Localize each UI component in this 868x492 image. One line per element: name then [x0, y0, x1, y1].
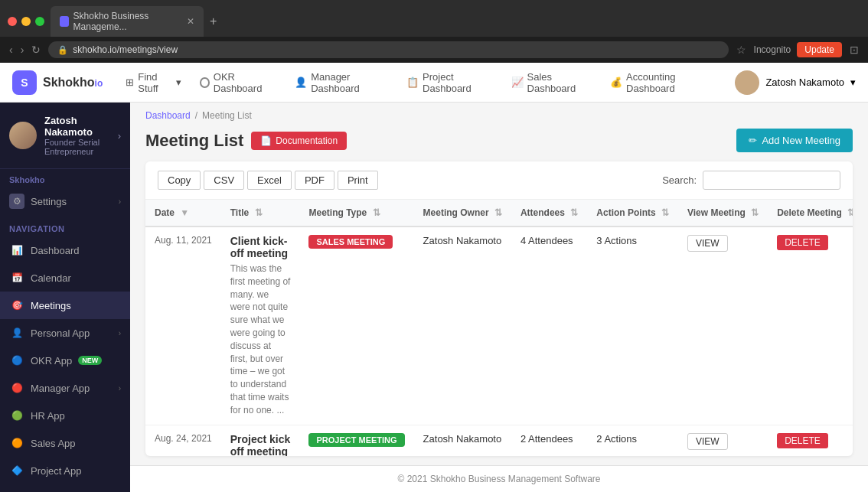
excel-button[interactable]: Excel [247, 171, 292, 190]
sidebar-item-accounting[interactable]: 🟩 Accounting App › [0, 484, 130, 492]
main-content: Dashboard / Meeting List Meeting List 📄 … [130, 103, 868, 492]
project-label: Project App [31, 465, 82, 477]
meetings-icon: 🎯 [9, 298, 24, 313]
breadcrumb-home[interactable]: Dashboard [145, 110, 191, 121]
col-date[interactable]: Date ▼ [145, 200, 221, 226]
traffic-light-green[interactable] [35, 17, 44, 26]
col-title[interactable]: Title ⇅ [221, 200, 300, 226]
breadcrumb-separator: / [195, 110, 197, 121]
back-button[interactable]: ‹ [9, 44, 13, 56]
delete-meeting-button-0[interactable]: DELETE [777, 235, 828, 250]
forward-button[interactable]: › [21, 44, 24, 56]
print-button[interactable]: Print [338, 171, 378, 190]
manager-icon: 🔴 [9, 380, 24, 396]
browser-tab[interactable]: Skhokho Business Manageme... ✕ [51, 6, 204, 37]
manager-arrow-icon: › [119, 384, 121, 393]
breadcrumb-current: Meeting List [202, 110, 252, 121]
tab-close-icon[interactable]: ✕ [187, 16, 194, 27]
sales-nav-icon: 📈 [511, 77, 524, 88]
user-chevron-icon: ▾ [850, 77, 856, 88]
new-tab-button[interactable]: + [210, 15, 217, 28]
okr-label: OKR App [31, 355, 72, 367]
sidebar-item-hr[interactable]: 🟢 HR App [0, 402, 130, 429]
sidebar-user-info: Zatosh Nakamoto Founder Serial Entrepren… [44, 115, 110, 156]
update-button[interactable]: Update [797, 42, 842, 57]
sidebar-item-calendar[interactable]: 📅 Calendar [0, 264, 130, 292]
header-user[interactable]: Zatosh Nakamoto ▾ [735, 70, 856, 95]
table-toolbar: Copy CSV Excel PDF Print Search: [145, 161, 853, 200]
add-icon: ✏ [749, 135, 757, 146]
logo-text: Skhokhoio [43, 76, 103, 90]
sidebar-item-manager[interactable]: 🔴 Manager App › [0, 374, 130, 402]
sidebar-avatar [9, 122, 37, 149]
search-area: Search: [662, 171, 840, 190]
search-input[interactable] [703, 171, 840, 190]
view-meeting-button-0[interactable]: VIEW [687, 235, 728, 252]
sidebar-item-okr[interactable]: 🔵 OKR App NEW [0, 347, 130, 374]
traffic-light-yellow[interactable] [21, 17, 31, 26]
incognito-label: Incognito [754, 44, 791, 55]
okr-nav-icon [200, 77, 210, 88]
nav-accounting-dashboard[interactable]: 💰 Accounting Dashboard [602, 67, 720, 99]
personal-label: Personal App [31, 327, 90, 339]
sidebar-item-settings[interactable]: ⚙ Settings › [0, 187, 130, 215]
add-new-meeting-button[interactable]: ✏ Add New Meeting [736, 129, 853, 152]
col-meeting-type[interactable]: Meeting Type ⇅ [299, 200, 413, 226]
col-owner[interactable]: Meeting Owner ⇅ [414, 200, 511, 226]
sidebar-username: Zatosh Nakamoto [44, 115, 110, 138]
sidebar-user: Zatosh Nakamoto Founder Serial Entrepren… [0, 103, 130, 169]
documentation-button[interactable]: 📄 Documentation [251, 132, 347, 150]
table-actions: Copy CSV Excel PDF Print [158, 171, 378, 190]
app-logo[interactable]: S Skhokhoio [12, 70, 103, 95]
cell-delete-1: DELETE [768, 425, 853, 456]
view-meeting-button-1[interactable]: VIEW [687, 433, 728, 450]
col-view-meeting[interactable]: View Meeting ⇅ [678, 200, 768, 226]
sidebar-item-dashboard[interactable]: 📊 Dashboard [0, 236, 130, 264]
address-bar[interactable]: 🔒 skhokho.io/meetings/view [48, 41, 728, 58]
sidebar-item-personal[interactable]: 👤 Personal App › [0, 319, 130, 347]
nav-project-dashboard[interactable]: 📋 Project Dashboard [399, 67, 500, 99]
delete-sort-icon: ⇅ [847, 207, 853, 218]
url-text: skhokho.io/meetings/view [73, 44, 178, 55]
extensions-icon[interactable]: ⊡ [850, 44, 859, 56]
traffic-light-red[interactable] [8, 17, 17, 26]
app-header: S Skhokhoio ⊞ Find Stuff ▾ OKR Dashboard… [0, 63, 868, 103]
logo-icon: S [12, 70, 37, 95]
doc-icon: 📄 [260, 135, 272, 146]
delete-meeting-button-1[interactable]: DELETE [777, 433, 828, 448]
sidebar-item-meetings[interactable]: 🎯 Meetings [0, 292, 130, 319]
dashboard-label: Dashboard [31, 245, 80, 256]
page-header: Meeting List 📄 Documentation ✏ Add New M… [130, 129, 868, 161]
bookmark-icon[interactable]: ☆ [736, 44, 746, 56]
owner-sort-icon: ⇅ [494, 207, 502, 218]
date-sort-icon: ▼ [180, 207, 189, 218]
meetings-table-container: Copy CSV Excel PDF Print Search: [145, 161, 853, 456]
accounting-nav-icon: 💰 [610, 77, 622, 88]
nav-find-stuff[interactable]: ⊞ Find Stuff ▾ [118, 67, 189, 99]
hr-icon: 🟢 [9, 408, 24, 423]
cell-title-1: Project kick off meeting Kick-off meetin… [221, 425, 300, 456]
cell-actions-0: 3 Actions [587, 226, 678, 425]
copy-button[interactable]: Copy [158, 171, 201, 190]
col-delete-meeting[interactable]: Delete Meeting ⇅ [768, 200, 853, 226]
table-row: Aug. 11, 2021 Client kick-off meeting Th… [145, 226, 853, 425]
cell-view-0: VIEW [678, 226, 768, 425]
sidebar-item-sales[interactable]: 🟠 Sales App [0, 429, 130, 457]
pdf-button[interactable]: PDF [295, 171, 334, 190]
refresh-button[interactable]: ↻ [31, 44, 41, 56]
csv-button[interactable]: CSV [204, 171, 244, 190]
actions-sort-icon: ⇅ [661, 207, 669, 218]
title-sort-icon: ⇅ [255, 207, 263, 218]
sidebar-user-arrow-icon[interactable]: › [118, 130, 121, 142]
okr-new-badge: NEW [78, 356, 102, 365]
meeting-title-0: Client kick-off meeting [230, 235, 291, 259]
cell-attendees-1: 2 Attendees [511, 425, 587, 456]
sidebar-item-project[interactable]: 🔷 Project App [0, 457, 130, 484]
col-attendees[interactable]: Attendees ⇅ [511, 200, 587, 226]
cell-owner-1: Zatosh Nakamoto [414, 425, 511, 456]
nav-manager-dashboard[interactable]: 👤 Manager Dashboard [287, 67, 396, 99]
nav-sales-dashboard[interactable]: 📈 Sales Dashboard [504, 67, 600, 99]
type-sort-icon: ⇅ [373, 207, 380, 218]
col-action-points[interactable]: Action Points ⇅ [587, 200, 678, 226]
nav-okr-dashboard[interactable]: OKR Dashboard [192, 67, 284, 99]
